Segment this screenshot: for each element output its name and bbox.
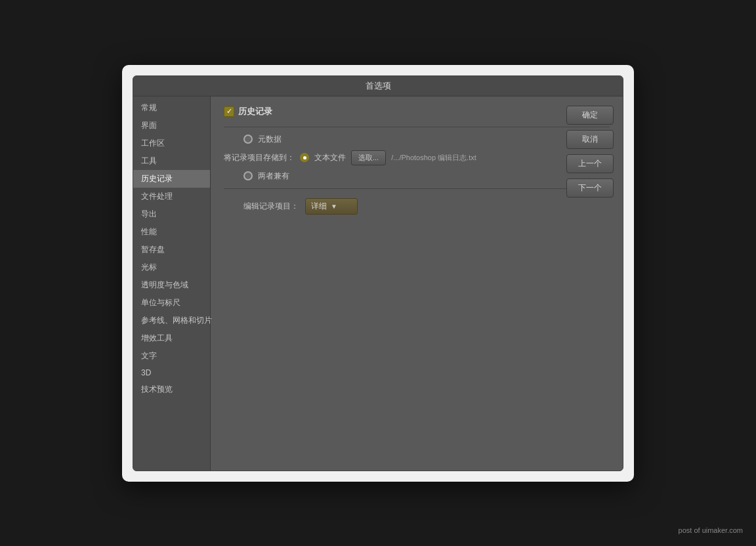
next-button[interactable]: 下一个 xyxy=(566,178,614,198)
sidebar-item[interactable]: 透明度与色域 xyxy=(133,276,210,294)
watermark: post of uimaker.com xyxy=(679,526,743,534)
radio-metadata[interactable] xyxy=(243,135,253,144)
main-content: ✓ 历史记录 元数据 将记录项目存储到： 文本文件 选取... /.../Ph xyxy=(211,96,623,471)
dropdown-value: 详细 xyxy=(311,201,327,212)
sidebar-item[interactable]: 常规 xyxy=(133,99,210,117)
divider-top xyxy=(224,127,610,127)
edit-log-row: 编辑记录项目： 详细 ▼ xyxy=(243,198,610,215)
sidebar-item[interactable]: 性能 xyxy=(133,223,210,241)
confirm-button[interactable]: 确定 xyxy=(566,106,614,125)
radio-text-file-label: 文本文件 xyxy=(314,152,346,163)
divider-bottom xyxy=(224,188,610,189)
history-header: ✓ 历史记录 xyxy=(224,106,610,117)
sidebar-item[interactable]: 参考线、网格和切片 xyxy=(133,312,210,329)
file-path: /.../Photoshop 编辑日志.txt xyxy=(391,153,476,163)
sidebar-item[interactable]: 增效工具 xyxy=(133,329,210,347)
dropdown-arrow-icon: ▼ xyxy=(331,203,337,210)
edit-log-dropdown[interactable]: 详细 ▼ xyxy=(305,198,358,215)
sidebar-item[interactable]: 导出 xyxy=(133,205,210,223)
radio-row-metadata: 元数据 xyxy=(243,134,610,145)
sidebar-item[interactable]: 光标 xyxy=(133,259,210,276)
history-checkbox-label[interactable]: ✓ 历史记录 xyxy=(224,106,272,117)
radio-text-file[interactable] xyxy=(300,153,309,162)
buttons-panel: 确定 取消 上一个 下一个 xyxy=(566,106,614,198)
radio-both-label: 两者兼有 xyxy=(258,171,289,182)
preferences-dialog: 首选项 常规界面工作区工具历史记录文件处理导出性能暂存盘光标透明度与色域单位与标… xyxy=(133,75,623,471)
sidebar-item[interactable]: 界面 xyxy=(133,117,210,135)
sidebar-item[interactable]: 文件处理 xyxy=(133,188,210,205)
sidebar-item[interactable]: 技术预览 xyxy=(133,381,210,398)
sidebar-item[interactable]: 单位与标尺 xyxy=(133,294,210,312)
dialog-title: 首选项 xyxy=(366,81,391,91)
sidebar: 常规界面工作区工具历史记录文件处理导出性能暂存盘光标透明度与色域单位与标尺参考线… xyxy=(133,96,211,471)
dialog-body: 常规界面工作区工具历史记录文件处理导出性能暂存盘光标透明度与色域单位与标尺参考线… xyxy=(133,96,623,471)
prev-button[interactable]: 上一个 xyxy=(566,154,614,173)
edit-log-label: 编辑记录项目： xyxy=(243,201,299,212)
radio-both[interactable] xyxy=(243,171,253,180)
save-to-label: 将记录项目存储到： xyxy=(224,152,295,163)
dialog-shadow: 首选项 常规界面工作区工具历史记录文件处理导出性能暂存盘光标透明度与色域单位与标… xyxy=(122,65,634,482)
sidebar-item[interactable]: 历史记录 xyxy=(133,170,210,188)
history-checkbox[interactable]: ✓ xyxy=(224,106,234,117)
radio-metadata-label: 元数据 xyxy=(258,134,282,145)
dialog-titlebar: 首选项 xyxy=(133,76,623,96)
sidebar-item[interactable]: 工具 xyxy=(133,152,210,170)
cancel-button[interactable]: 取消 xyxy=(566,130,614,149)
radio-row-both: 两者兼有 xyxy=(243,171,610,182)
sidebar-item[interactable]: 3D xyxy=(133,365,210,381)
sidebar-item[interactable]: 工作区 xyxy=(133,135,210,152)
choose-button[interactable]: 选取... xyxy=(351,150,386,165)
save-to-row: 将记录项目存储到： 文本文件 选取... /.../Photoshop 编辑日志… xyxy=(224,150,610,165)
sidebar-item[interactable]: 文字 xyxy=(133,347,210,365)
history-checkbox-text: 历史记录 xyxy=(238,106,272,117)
sidebar-item[interactable]: 暂存盘 xyxy=(133,241,210,259)
